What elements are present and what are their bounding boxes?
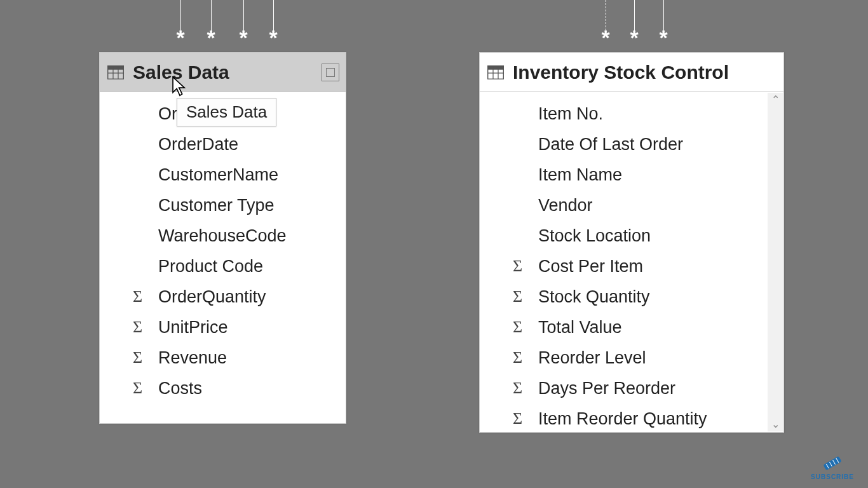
field-row[interactable]: ΣCosts <box>100 373 346 403</box>
field-label: Item Reorder Quantity <box>538 409 707 429</box>
svg-rect-10 <box>824 457 841 470</box>
sigma-icon: Σ <box>133 348 142 367</box>
field-label: OrderDate <box>158 135 238 154</box>
field-label: Product Code <box>158 257 263 276</box>
field-row[interactable]: ΣRevenue <box>100 342 346 373</box>
field-row[interactable]: ΣStock Quantity <box>480 281 767 312</box>
table-header-sales-data[interactable]: Sales Data <box>100 53 346 92</box>
field-row[interactable]: ΣOrderQuantity <box>100 281 346 312</box>
field-label: Stock Location <box>538 226 651 246</box>
field-label: Item Name <box>538 165 622 185</box>
sigma-icon: Σ <box>513 257 522 276</box>
sigma-icon: Σ <box>133 318 142 337</box>
field-label: OrderQuantity <box>158 287 266 307</box>
field-label: Customer Type <box>158 196 275 215</box>
field-label: Total Value <box>538 318 622 337</box>
sigma-icon: Σ <box>133 287 142 306</box>
field-row[interactable]: ΣDays Per Reorder <box>480 373 767 403</box>
expand-focus-button[interactable] <box>322 64 339 81</box>
sigma-icon: Σ <box>513 379 522 398</box>
table-title: Inventory Stock Control <box>513 62 777 83</box>
field-row[interactable]: Product Code <box>100 251 346 281</box>
field-label: Costs <box>158 379 202 398</box>
scrollbar[interactable]: ⌃ ⌄ <box>768 93 783 431</box>
field-row[interactable]: ΣReorder Level <box>480 342 767 373</box>
rel-asterisk: * <box>659 25 667 50</box>
field-row[interactable]: Item Name <box>480 159 767 190</box>
sigma-icon: Σ <box>133 379 142 398</box>
table-card-inventory-stock-control[interactable]: Inventory Stock Control Item No.Date Of … <box>479 52 784 433</box>
subscribe-watermark: SUBSCRIBE <box>811 454 854 480</box>
field-label: UnitPrice <box>158 318 228 337</box>
rel-asterisk: * <box>630 25 638 50</box>
scroll-down-icon[interactable]: ⌄ <box>771 417 780 431</box>
table-icon <box>487 65 504 79</box>
field-row[interactable]: WarehouseCode <box>100 220 346 251</box>
field-label: CustomerName <box>158 165 278 185</box>
svg-rect-6 <box>488 66 503 69</box>
rel-asterisk: * <box>601 25 609 50</box>
sigma-icon: Σ <box>513 409 522 428</box>
field-row[interactable]: ΣItem Reorder Quantity <box>480 403 767 432</box>
field-row[interactable]: ΣTotal Value <box>480 312 767 342</box>
tooltip: Sales Data <box>177 98 276 126</box>
field-label: WarehouseCode <box>158 226 287 246</box>
table-title: Sales Data <box>133 62 318 83</box>
field-row[interactable]: Date Of Last Order <box>480 129 767 159</box>
field-label: Revenue <box>158 348 227 368</box>
sigma-icon: Σ <box>513 287 522 306</box>
field-row[interactable]: ΣCost Per Item <box>480 251 767 281</box>
field-label: Vendor <box>538 196 593 215</box>
rel-asterisk: * <box>176 25 184 50</box>
field-row[interactable]: ΣUnitPrice <box>100 312 346 342</box>
table-icon <box>107 65 124 79</box>
field-label: Stock Quantity <box>538 287 650 307</box>
field-row[interactable]: Stock Location <box>480 220 767 251</box>
table-header-inventory[interactable]: Inventory Stock Control <box>480 53 783 92</box>
sigma-icon: Σ <box>513 348 522 367</box>
rel-asterisk: * <box>207 25 215 50</box>
field-label: Days Per Reorder <box>538 379 675 398</box>
svg-rect-1 <box>108 66 123 69</box>
rel-asterisk: * <box>239 25 247 50</box>
field-label: Cost Per Item <box>538 257 643 276</box>
field-row[interactable]: Item No. <box>480 98 767 129</box>
field-label: Item No. <box>538 104 603 124</box>
field-label: Date Of Last Order <box>538 135 683 154</box>
scroll-up-icon[interactable]: ⌃ <box>771 93 780 107</box>
field-row[interactable]: OrderDate <box>100 129 346 159</box>
field-row[interactable]: Vendor <box>480 190 767 220</box>
sigma-icon: Σ <box>513 318 522 337</box>
field-row[interactable]: Customer Type <box>100 190 346 220</box>
field-label: Reorder Level <box>538 348 646 368</box>
field-row[interactable]: CustomerName <box>100 159 346 190</box>
rel-asterisk: * <box>269 25 277 50</box>
